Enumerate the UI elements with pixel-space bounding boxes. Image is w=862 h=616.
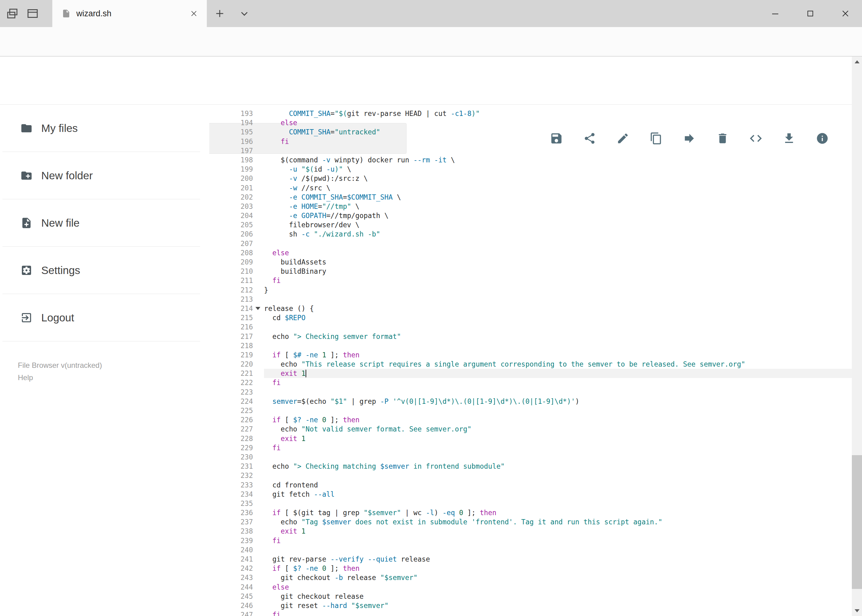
maximize-button[interactable] [795, 0, 826, 27]
code-line[interactable]: 206 sh -c "./wizard.sh -b" [209, 229, 852, 239]
close-button[interactable] [830, 0, 861, 27]
code-line[interactable]: 245 git checkout release [209, 592, 852, 601]
minimize-button[interactable] [760, 0, 791, 27]
line-number: 212 [209, 285, 253, 295]
code-line[interactable]: 205 filebrowser/dev \ [209, 220, 852, 229]
code-line[interactable]: 247 fi [209, 610, 852, 616]
line-number: 237 [209, 517, 253, 526]
code-line[interactable]: 207 [209, 239, 852, 248]
code-editor[interactable]: 193 COMMIT_SHA="$(git rev-parse HEAD | c… [209, 105, 852, 616]
sidebar-item-settings[interactable]: Settings [2, 247, 200, 294]
tab-list-chevron-icon[interactable] [238, 7, 251, 20]
code-line[interactable]: 197 [209, 146, 852, 155]
code-line[interactable]: 226 if [ $? -ne 0 ]; then [209, 415, 852, 424]
line-number: 245 [209, 592, 253, 601]
code-line[interactable]: 221 exit 1 [209, 369, 852, 378]
code-line[interactable]: 243 git checkout -b release "$semver" [209, 573, 852, 582]
code-line[interactable]: 193 COMMIT_SHA="$(git rev-parse HEAD | c… [209, 109, 852, 118]
line-number: 231 [209, 462, 253, 471]
line-number: 202 [209, 193, 253, 202]
code-line[interactable]: 228 exit 1 [209, 434, 852, 443]
line-number: 242 [209, 564, 253, 573]
code-line[interactable]: 235 [209, 499, 852, 508]
code-line[interactable]: 238 exit 1 [209, 526, 852, 536]
code-line[interactable]: 213 [209, 295, 852, 304]
line-number: 198 [209, 155, 253, 165]
line-number: 225 [209, 406, 253, 415]
code-line[interactable]: 202 -e COMMIT_SHA=$COMMIT_SHA \ [209, 193, 852, 202]
line-number: 232 [209, 471, 253, 480]
sidebar: My files New folder New file Settings Lo… [0, 105, 209, 616]
code-line[interactable]: 234 git fetch --all [209, 490, 852, 499]
new-tab-button[interactable] [213, 7, 227, 20]
code-line[interactable]: 231 echo "> Checking matching $semver in… [209, 462, 852, 471]
code-line[interactable]: 237 echo "Tag $semver does not exist in … [209, 517, 852, 526]
text-cursor [306, 370, 306, 377]
code-line[interactable]: 223 [209, 388, 852, 397]
tab-close-icon[interactable] [189, 9, 199, 19]
code-line[interactable]: 222 fi [209, 378, 852, 387]
scrollbar-thumb[interactable] [852, 455, 862, 589]
code-line[interactable]: 240 [209, 545, 852, 555]
code-line[interactable]: 209 buildAssets [209, 258, 852, 267]
code-line[interactable]: 225 [209, 406, 852, 415]
code-line[interactable]: 242 if [ $? -ne 0 ]; then [209, 564, 852, 573]
code-line[interactable]: 208 else [209, 248, 852, 258]
line-number: 233 [209, 480, 253, 490]
code-line[interactable]: 244 else [209, 583, 852, 592]
sidebar-item-logout[interactable]: Logout [2, 294, 200, 341]
code-line[interactable]: 230 [209, 453, 852, 462]
code-line[interactable]: 204 -e GOPATH=//tmp/gopath \ [209, 211, 852, 220]
code-line[interactable]: 210 buildBinary [209, 267, 852, 276]
line-number: 224 [209, 397, 253, 406]
code-line[interactable]: 220 echo "This release script requires a… [209, 360, 852, 369]
line-number: 243 [209, 573, 253, 582]
browser-tab[interactable]: wizard.sh [52, 0, 207, 27]
line-number: 195 [209, 127, 253, 137]
code-line[interactable]: 239 fi [209, 536, 852, 545]
scrollbar-down-arrow[interactable] [852, 605, 862, 616]
code-line[interactable]: 216 [209, 322, 852, 332]
sidebar-item-label: New file [41, 217, 79, 229]
browser-window: wizard.sh [0, 0, 862, 616]
line-number: 199 [209, 165, 253, 174]
code-line[interactable]: 241 git rev-parse --verify --quiet relea… [209, 555, 852, 564]
code-line[interactable]: 194 else [209, 118, 852, 127]
line-number: 205 [209, 220, 253, 229]
code-line[interactable]: 218 [209, 341, 852, 350]
code-line[interactable]: 219 if [ $# -ne 1 ]; then [209, 350, 852, 360]
sidebar-item-my-files[interactable]: My files [2, 105, 200, 152]
page-scrollbar[interactable] [852, 57, 862, 616]
app-version: File Browser v(untracked) [18, 359, 102, 371]
code-line[interactable]: 232 [209, 471, 852, 480]
line-number: 222 [209, 378, 253, 387]
code-line[interactable]: 229 fi [209, 443, 852, 453]
code-line[interactable]: 199 -u "$(id -u)" \ [209, 165, 852, 174]
tab-preview-icon[interactable] [25, 6, 40, 21]
code-line[interactable]: 195 COMMIT_SHA="untracked" [209, 127, 852, 137]
sidebar-item-new-folder[interactable]: New folder [2, 152, 200, 199]
code-line[interactable]: 214release () { [209, 304, 852, 313]
code-line[interactable]: 215 cd $REPO [209, 313, 852, 322]
tabs-aside-icon[interactable] [5, 6, 20, 21]
code-line[interactable]: 212} [209, 285, 852, 295]
code-line[interactable]: 236 if [ $(git tag | grep "$semver" | wc… [209, 508, 852, 517]
code-line[interactable]: 201 -w //src \ [209, 183, 852, 193]
code-line[interactable]: 246 git reset --hard "$semver" [209, 601, 852, 610]
code-line[interactable]: 224 semver=$(echo "$1" | grep -P '^v(0|[… [209, 397, 852, 406]
code-line[interactable]: 198 $(command -v winpty) docker run --rm… [209, 155, 852, 165]
code-line[interactable]: 217 echo "> Checking semver format" [209, 332, 852, 341]
code-line[interactable]: 211 fi [209, 276, 852, 285]
code-line[interactable]: 227 echo "Not valid semver format. See s… [209, 424, 852, 434]
code-line[interactable]: 200 -v /$(pwd):/src:z \ [209, 174, 852, 183]
sidebar-item-label: My files [41, 122, 78, 134]
code-line[interactable]: 203 -e HOME="//tmp" \ [209, 202, 852, 211]
help-link[interactable]: Help [18, 371, 102, 384]
fold-marker-icon[interactable] [255, 307, 260, 310]
code-line[interactable]: 196 fi [209, 137, 852, 146]
code-line[interactable]: 233 cd frontend [209, 480, 852, 490]
scrollbar-up-arrow[interactable] [852, 57, 862, 67]
line-number: 211 [209, 276, 253, 285]
sidebar-item-new-file[interactable]: New file [2, 199, 200, 247]
line-number: 240 [209, 545, 253, 555]
